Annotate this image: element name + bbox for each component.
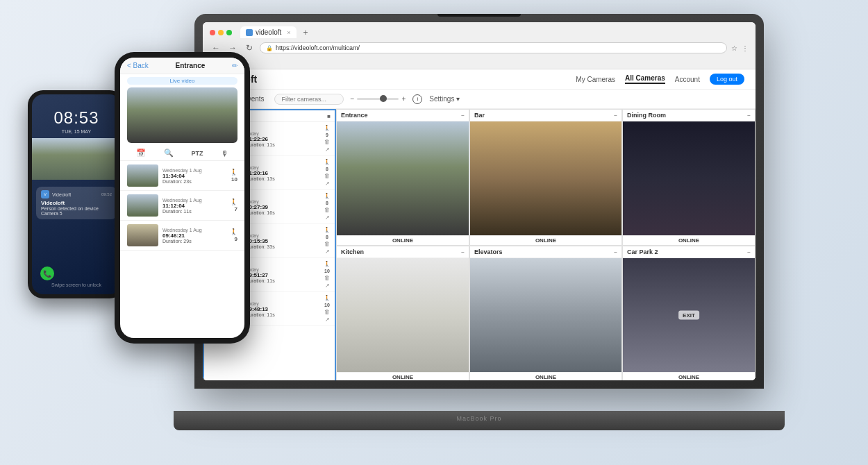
url-text: https://videoloft.com/multicam/ [276,44,360,51]
back-button[interactable]: ← [210,43,222,53]
event-day-6: Today [246,301,321,306]
phone-event-duration-3: Duration: 29s [162,239,226,244]
phone-event-duration-1: Duration: 23s [162,179,226,184]
phone-event-count-3: 9 [235,236,237,242]
camera-bar[interactable]: Bar − ONLINE [469,109,622,246]
event-day-2: Today [246,165,321,170]
laptop-base [174,411,785,430]
camera-bar-menu-icon[interactable]: − [614,112,617,119]
delete-icon-3[interactable]: 🗑 [324,207,330,213]
phone-calendar-icon[interactable]: 📅 [136,149,146,158]
phone-event-item-2[interactable]: Wednesday 1 Aug 11:12:04 Duration: 11s 🚶… [120,191,244,221]
phone-edit-button[interactable]: ✏ [232,62,237,69]
notif-body: Person detected on device Camera 5 [41,206,112,216]
delete-icon-6[interactable]: 🗑 [324,309,330,315]
lock-time: 08:53 [32,108,121,128]
delete-icon-2[interactable]: 🗑 [324,173,330,179]
nav-my-cameras[interactable]: My Cameras [576,76,615,83]
phone-event-icons-1: 🚶 10 [230,169,237,183]
event-time-5: 09:51:27 [246,272,321,278]
phone-mic-icon[interactable]: 🎙 [221,149,228,158]
phone-event-count-1: 10 [231,176,237,183]
event-count-2: 8 [326,167,328,171]
settings-button[interactable]: Settings ▾ [429,95,460,103]
phone-person-icon-3: 🚶 [230,228,237,235]
phone-person-icon-2: 🚶 [230,198,237,205]
url-bar[interactable]: 🔒 https://videoloft.com/multicam/ [260,42,727,53]
person-icon-4: 🚶 [324,227,331,233]
phone-event-item-3[interactable]: Wednesday 1 Aug 09:46:21 Duration: 29s 🚶… [120,221,244,251]
nav-account[interactable]: Account [675,76,700,83]
camera-bar-title: Bar [474,112,485,119]
info-button[interactable]: i [412,94,422,104]
phone-video-preview[interactable] [127,87,237,143]
camera-entrance-status: ONLINE [337,235,469,245]
lock-swipe-text[interactable]: Swipe screen to unlock [32,282,121,287]
camera-carpark-menu-icon[interactable]: − [747,249,751,255]
share-icon-3[interactable]: ↗ [325,214,330,221]
camera-filter-input[interactable] [274,94,344,105]
event-duration-6: Duration: 11s [246,312,321,317]
event-duration-3: Duration: 16s [246,210,321,215]
nav-all-cameras[interactable]: All Cameras [625,74,665,84]
camera-elevators-title: Elevators [474,248,503,255]
event-duration-5: Duration: 11s [246,278,321,283]
star-icon[interactable]: ☆ [731,44,737,52]
event-icons-4: 🚶 8 🗑 ↗ [324,227,331,255]
phone-event-time-1: 11:34:04 [162,173,226,179]
person-icon-3: 🚶 [324,193,331,199]
slider-track[interactable] [357,98,399,100]
phone-ptz-button[interactable]: PTZ [191,150,203,157]
zoom-in-button[interactable]: + [401,95,406,103]
reload-button[interactable]: ↻ [243,43,256,53]
zoom-slider: − + [351,95,406,103]
phone-search-icon[interactable]: 🔍 [164,149,174,158]
event-count-5: 10 [324,269,330,273]
camera-dining[interactable]: Dining Room − ONLINE [622,109,756,246]
menu-icon[interactable]: ⋮ [742,44,749,52]
lock-phone-icon[interactable]: 📞 [40,267,54,280]
event-info-6: Today 09:48:13 Duration: 11s [246,301,321,317]
close-dot[interactable] [210,30,215,35]
lock-camera-image [32,138,121,180]
camera-kitchen-menu-icon[interactable]: − [461,249,465,255]
tab-close-button[interactable]: × [287,29,290,36]
phone-event-icons-3: 🚶 9 [230,228,237,242]
zoom-out-button[interactable]: − [351,95,355,103]
phone-lock-screen: 08:53 TUE, 15 MAY V Videoloft 09:52 Vide… [32,94,121,294]
browser-tab[interactable]: videoloft × [240,26,297,38]
phone-event-item-1[interactable]: Wednesday 1 Aug 11:34:04 Duration: 23s 🚶… [120,161,244,191]
phone-event-duration-2: Duration: 11s [162,209,226,214]
minimize-dot[interactable] [218,30,224,35]
share-icon-5[interactable]: ↗ [325,282,330,289]
slider-thumb[interactable] [380,95,387,102]
camera-elevators-menu-icon[interactable]: − [614,249,617,255]
share-icon-6[interactable]: ↗ [325,316,330,323]
camera-entrance-title: Entrance [341,112,368,119]
camera-bar-feed [470,121,621,235]
phone-event-count-2: 7 [235,206,237,212]
event-time-6: 09:48:13 [246,306,321,312]
laptop-screen: videoloft × + ← → ↻ 🔒 https://videoloft.… [203,22,756,380]
phone-back-button[interactable]: < Back [127,62,149,69]
camera-carpark[interactable]: Car Park 2 − EXIT ONLINE [622,246,756,380]
share-icon-1[interactable]: ↗ [325,146,330,153]
delete-icon-5[interactable]: 🗑 [324,275,330,281]
camera-elevators[interactable]: Elevators − ONLINE [469,246,622,380]
new-tab-button[interactable]: + [303,28,308,37]
share-icon-4[interactable]: ↗ [325,248,330,255]
share-icon-2[interactable]: ↗ [325,180,330,187]
maximize-dot[interactable] [226,30,232,35]
camera-entrance[interactable]: Entrance − ONLINE [336,109,469,246]
delete-icon-4[interactable]: 🗑 [324,241,330,247]
forward-button[interactable]: → [226,43,239,53]
camera-kitchen[interactable]: Kitchen − ONLINE [336,246,469,380]
phone-event-info-1: Wednesday 1 Aug 11:34:04 Duration: 23s [162,168,226,184]
camera-dining-menu-icon[interactable]: − [747,112,751,119]
camera-entrance-menu-icon[interactable]: − [461,112,465,119]
delete-icon-1[interactable]: 🗑 [324,139,330,145]
phone-main: < Back Entrance ✏ Live video 📅 🔍 PTZ 🎙 [115,52,250,344]
events-panel-icon[interactable]: ■ [327,113,331,119]
camera-carpark-status: ONLINE [623,372,755,380]
logout-button[interactable]: Log out [710,74,744,85]
